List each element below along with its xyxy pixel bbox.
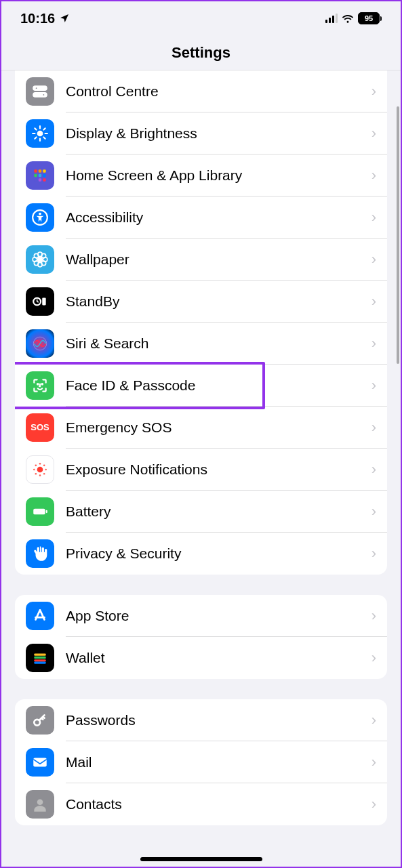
row-accessibility[interactable]: Accessibility› (15, 197, 387, 239)
row-standby[interactable]: StandBy› (15, 281, 387, 323)
svg-point-45 (45, 469, 47, 471)
hand-icon (26, 539, 54, 568)
exposure-icon (26, 455, 54, 484)
svg-line-11 (35, 137, 36, 138)
row-label: Mail (66, 754, 371, 770)
svg-point-48 (35, 473, 37, 475)
chevron-right-icon: › (371, 419, 376, 436)
nav-header: Settings (1, 35, 401, 70)
settings-group: App Store›Wallet› (15, 595, 387, 679)
svg-rect-55 (34, 661, 45, 663)
toggles-icon (26, 77, 54, 106)
chevron-right-icon: › (371, 251, 376, 268)
row-battery[interactable]: Battery› (15, 491, 387, 533)
svg-point-3 (42, 94, 45, 96)
chevron-right-icon: › (371, 795, 376, 813)
row-label: Wallpaper (66, 251, 371, 268)
row-label: Control Centre (66, 83, 371, 100)
row-mail[interactable]: Mail› (15, 741, 387, 783)
home-indicator[interactable] (140, 857, 262, 861)
svg-rect-15 (43, 169, 45, 172)
row-display-brightness[interactable]: Display & Brightness› (15, 112, 387, 154)
settings-group: Control Centre›Display & Brightness›Home… (15, 70, 387, 575)
svg-line-10 (43, 137, 45, 138)
row-exposure[interactable]: Exposure Notifications› (15, 449, 387, 491)
accessibility-icon (26, 203, 54, 232)
sos-icon: SOS (26, 413, 54, 442)
key-icon (26, 706, 54, 735)
row-app-store[interactable]: App Store› (15, 595, 387, 637)
svg-point-4 (37, 131, 43, 137)
svg-rect-51 (46, 510, 47, 513)
signal-icon (325, 14, 338, 23)
row-label: Privacy & Security (66, 545, 371, 562)
chevron-right-icon: › (371, 335, 376, 352)
scroll-indicator (397, 106, 399, 364)
chevron-right-icon: › (371, 293, 376, 310)
row-privacy[interactable]: Privacy & Security› (15, 533, 387, 575)
grid-icon (26, 161, 54, 190)
battery-icon (26, 497, 54, 526)
svg-point-39 (41, 384, 43, 385)
status-time: 10:16 (20, 11, 55, 26)
svg-point-24 (38, 257, 43, 262)
row-label: Battery (66, 503, 371, 520)
svg-point-44 (33, 469, 35, 471)
row-label: Display & Brightness (66, 125, 371, 142)
row-wallpaper[interactable]: Wallpaper› (15, 239, 387, 281)
svg-rect-13 (34, 169, 37, 172)
row-contacts[interactable]: Contacts› (15, 783, 387, 825)
flower-icon (26, 245, 54, 274)
svg-point-38 (37, 384, 39, 385)
chevron-right-icon: › (371, 753, 376, 771)
svg-point-47 (43, 465, 45, 467)
row-label: Home Screen & App Library (66, 167, 371, 184)
chevron-right-icon: › (371, 461, 376, 478)
svg-point-1 (35, 87, 38, 89)
svg-line-9 (35, 128, 36, 129)
svg-rect-18 (43, 174, 45, 177)
svg-rect-21 (43, 178, 45, 181)
svg-rect-20 (39, 178, 41, 181)
page-title: Settings (172, 44, 230, 62)
chevron-right-icon: › (371, 711, 376, 729)
row-label: Contacts (66, 796, 371, 812)
battery-indicator: 95 (358, 12, 382, 24)
svg-text:SOS: SOS (31, 422, 49, 432)
svg-point-23 (39, 213, 41, 215)
svg-rect-36 (42, 298, 45, 306)
chevron-right-icon: › (371, 209, 376, 226)
row-label: Siri & Search (66, 335, 371, 352)
row-face-id[interactable]: Face ID & Passcode› (15, 365, 387, 407)
svg-rect-19 (34, 178, 37, 181)
svg-line-35 (37, 302, 39, 302)
location-icon (59, 13, 70, 24)
row-label: Accessibility (66, 209, 371, 226)
row-home-screen[interactable]: Home Screen & App Library› (15, 154, 387, 197)
row-label: Exposure Notifications (66, 461, 371, 478)
row-wallet[interactable]: Wallet› (15, 637, 387, 679)
svg-point-43 (39, 474, 41, 476)
row-siri-search[interactable]: Siri & Search› (15, 323, 387, 365)
svg-rect-16 (34, 174, 37, 177)
wallet-icon (26, 644, 54, 672)
row-passwords[interactable]: Passwords› (15, 699, 387, 741)
row-emergency-sos[interactable]: SOSEmergency SOS› (15, 407, 387, 449)
standby-icon (26, 287, 54, 316)
svg-rect-52 (34, 654, 45, 656)
row-control-centre[interactable]: Control Centre› (15, 70, 387, 112)
svg-point-42 (39, 463, 41, 465)
row-label: Wallet (66, 650, 371, 666)
wifi-icon (342, 14, 354, 23)
chevron-right-icon: › (371, 167, 376, 184)
settings-group: Passwords›Mail›Contacts› (15, 699, 387, 825)
row-label: Passwords (66, 712, 371, 728)
chevron-right-icon: › (371, 607, 376, 625)
row-label: App Store (66, 608, 371, 624)
settings-list[interactable]: Control Centre›Display & Brightness›Home… (1, 70, 401, 867)
svg-rect-14 (39, 169, 41, 172)
faceid-icon (26, 371, 54, 400)
svg-point-41 (37, 467, 43, 473)
row-label: StandBy (66, 293, 371, 310)
chevron-right-icon: › (371, 83, 376, 100)
